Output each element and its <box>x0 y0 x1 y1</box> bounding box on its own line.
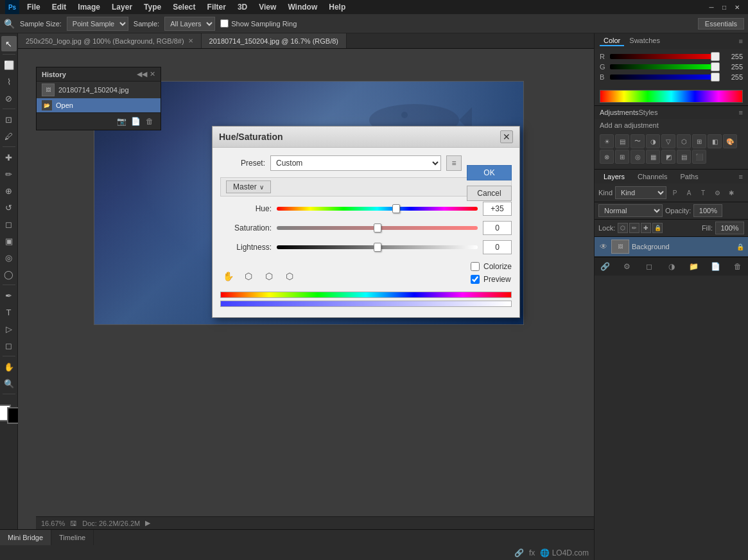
essentials-button[interactable]: Essentials <box>698 18 744 30</box>
eyedropper-btn-2[interactable]: ⬡ <box>261 268 277 284</box>
adj-channel-mixer-icon[interactable]: ⊗ <box>600 150 614 164</box>
styles-tab[interactable]: Styles <box>639 109 658 116</box>
history-menu-icon[interactable]: ◀◀ <box>137 70 147 78</box>
maximize-button[interactable]: □ <box>718 1 730 13</box>
history-delete-btn[interactable]: 🗑 <box>144 116 155 127</box>
menu-layer[interactable]: Layer <box>107 1 137 13</box>
bottom-link-icon[interactable]: 🔗 <box>514 548 524 557</box>
adj-vibrance-icon[interactable]: ▽ <box>661 134 675 148</box>
layer-icon-filter-5[interactable]: ✱ <box>726 187 737 198</box>
hue-slider[interactable] <box>277 207 478 211</box>
layer-group-btn[interactable]: 📁 <box>687 260 700 273</box>
lock-pixels-btn[interactable]: ✏ <box>629 223 639 233</box>
menu-view[interactable]: View <box>254 1 281 13</box>
adj-selective-color-icon[interactable]: ⬛ <box>692 150 706 164</box>
clone-stamp-tool[interactable]: ⊕ <box>1 183 17 198</box>
zoom-tool[interactable]: 🔍 <box>1 376 17 391</box>
adj-color-lookup-icon[interactable]: ⊞ <box>615 150 629 164</box>
spot-healing-tool[interactable]: ✚ <box>1 150 17 165</box>
eyedropper-tool[interactable]: 🖊 <box>1 128 17 144</box>
shape-tool[interactable]: ◻ <box>1 338 17 353</box>
adj-posterize-icon[interactable]: ▦ <box>646 150 660 164</box>
adj-threshold-icon[interactable]: ◩ <box>661 150 675 164</box>
lasso-tool[interactable]: ⌇ <box>1 74 17 89</box>
history-snapshot-btn[interactable]: 📷 <box>116 116 127 127</box>
minimize-button[interactable]: ─ <box>706 1 717 13</box>
dialog-cancel-button[interactable]: Cancel <box>467 186 512 201</box>
history-close-icon[interactable]: ✕ <box>150 70 155 78</box>
bottom-tab-minibridge[interactable]: Mini Bridge <box>0 530 51 545</box>
layer-row-background[interactable]: 👁 🖼 Background 🔒 <box>595 237 748 257</box>
adj-color-balance-icon[interactable]: ⊞ <box>692 134 706 148</box>
layer-icon-filter-1[interactable]: P <box>669 187 681 198</box>
preset-select[interactable]: Custom <box>270 155 441 171</box>
adj-brightness-icon[interactable]: ☀ <box>600 134 614 148</box>
pen-tool[interactable]: ✒ <box>1 288 17 303</box>
lock-transparent-btn[interactable]: ⬡ <box>618 223 628 233</box>
marquee-tool[interactable]: ⬜ <box>1 57 17 73</box>
blue-slider-thumb[interactable] <box>711 73 720 82</box>
menu-select[interactable]: Select <box>168 1 200 13</box>
hand-tool[interactable]: ✋ <box>1 359 17 374</box>
layer-new-btn[interactable]: 📄 <box>709 260 722 273</box>
menu-file[interactable]: File <box>22 1 46 13</box>
layer-mask-btn[interactable]: ◻ <box>643 260 656 273</box>
opacity-input[interactable] <box>693 204 722 217</box>
lightness-slider[interactable] <box>277 245 478 249</box>
menu-image[interactable]: Image <box>73 1 105 13</box>
saturation-value-input[interactable]: 0 <box>483 221 512 235</box>
menu-window[interactable]: Window <box>283 1 322 13</box>
gradient-tool[interactable]: ▣ <box>1 233 17 249</box>
layer-delete-btn[interactable]: 🗑 <box>731 260 744 273</box>
tab-logo-close[interactable]: ✕ <box>188 37 193 44</box>
sample-size-select[interactable]: Point Sample <box>67 17 128 31</box>
history-item-0[interactable]: 🖼 20180714_150204.jpg <box>37 82 161 98</box>
lightness-value-input[interactable]: 0 <box>483 240 512 254</box>
tab-color[interactable]: Color <box>600 36 624 46</box>
menu-filter[interactable]: Filter <box>202 1 231 13</box>
dialog-ok-button[interactable]: OK <box>467 165 512 180</box>
red-slider-thumb[interactable] <box>711 52 720 61</box>
channel-select-button[interactable]: Master ∨ <box>226 180 271 193</box>
colorize-checkbox[interactable] <box>471 262 480 271</box>
adj-gradient-map-icon[interactable]: ▤ <box>677 150 691 164</box>
preview-checkbox[interactable] <box>471 275 480 284</box>
crop-tool[interactable]: ⊡ <box>1 112 17 127</box>
history-new-btn[interactable]: 📄 <box>130 116 141 127</box>
text-tool[interactable]: T <box>1 304 17 320</box>
layer-icon-filter-2[interactable]: A <box>683 187 695 198</box>
layers-panel-menu-icon[interactable]: ≡ <box>739 173 743 180</box>
quick-select-tool[interactable]: ⊘ <box>1 91 17 106</box>
menu-edit[interactable]: Edit <box>47 1 72 13</box>
fill-input[interactable] <box>715 222 744 234</box>
layer-link-btn[interactable]: 🔗 <box>598 260 611 273</box>
layer-style-btn[interactable]: ⚙ <box>621 260 634 273</box>
dialog-close-button[interactable]: ✕ <box>500 130 513 143</box>
tab-logo-jpg[interactable]: 250x250_logo.jpg @ 100% (Background, RGB… <box>18 33 202 48</box>
kind-select[interactable]: Kind <box>615 186 666 199</box>
eraser-tool[interactable]: ◻ <box>1 216 17 232</box>
hand-tool-btn[interactable]: ✋ <box>220 268 236 284</box>
tab-swatches[interactable]: Swatches <box>625 36 664 46</box>
bottom-fx-icon[interactable]: fx <box>529 548 535 557</box>
menu-help[interactable]: Help <box>324 1 351 13</box>
saturation-slider[interactable] <box>277 226 478 230</box>
adj-hue-sat-icon[interactable]: ⬡ <box>677 134 691 148</box>
lock-position-btn[interactable]: ✚ <box>641 223 651 233</box>
bottom-tab-timeline[interactable]: Timeline <box>51 530 94 545</box>
move-tool[interactable]: ↖ <box>1 36 17 51</box>
dodge-tool[interactable]: ◯ <box>1 267 17 282</box>
color-panel-menu-icon[interactable]: ≡ <box>739 37 743 45</box>
menu-3d[interactable]: 3D <box>232 1 252 13</box>
eyedropper-btn-3[interactable]: ⬡ <box>282 268 297 284</box>
blend-mode-select[interactable]: Normal <box>598 204 663 217</box>
brush-tool[interactable]: ✏ <box>1 166 17 182</box>
close-button[interactable]: ✕ <box>731 1 743 13</box>
tab-paths[interactable]: Paths <box>677 172 702 181</box>
adj-exposure-icon[interactable]: ◑ <box>646 134 660 148</box>
eyedropper-btn-1[interactable]: ⬡ <box>241 268 256 284</box>
layer-icon-filter-4[interactable]: ⚙ <box>711 187 723 198</box>
show-sampling-ring-checkbox[interactable] <box>220 19 229 28</box>
preset-options-button[interactable]: ≡ <box>446 155 462 171</box>
green-slider-thumb[interactable] <box>711 62 720 71</box>
